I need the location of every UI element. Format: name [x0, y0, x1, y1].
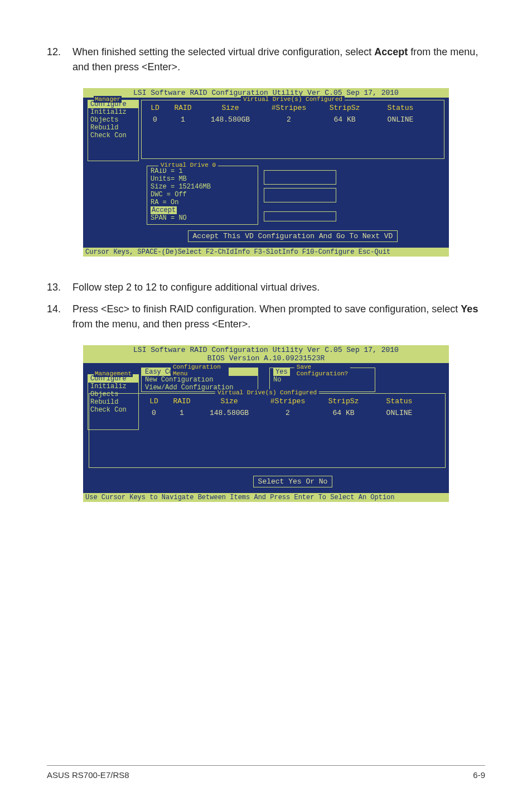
- hdr-stripes: #Stripes: [260, 397, 316, 405]
- bios1-action-button[interactable]: Accept This VD Configuration And Go To N…: [188, 230, 398, 242]
- bios2-action-button[interactable]: Select Yes Or No: [253, 476, 333, 487]
- step-text: Press <Esc> to finish RAID configuration…: [72, 302, 485, 332]
- bios1-data-row: 0 1 148.580GB 2 64 KB ONLINE: [144, 115, 442, 124]
- step-14: 14. Press <Esc> to finish RAID configura…: [47, 302, 485, 332]
- slot-box: [264, 170, 336, 185]
- cell-size: 148.580GB: [200, 115, 261, 124]
- bios2-vd-conf: Virtual Drive(s) Configured LD RAID Size…: [89, 393, 446, 468]
- bios2-footer: Use Cursor Keys to Navigate Between Item…: [83, 493, 449, 502]
- vd-line-raid[interactable]: RAID = 1: [151, 167, 183, 175]
- bios1-headers: LD RAID Size #Stripes StripSz Status: [144, 103, 442, 115]
- cell-raid: 1: [165, 409, 199, 417]
- menu-item-objects[interactable]: Objects: [88, 116, 138, 124]
- conf-new[interactable]: New Configuration: [142, 376, 258, 384]
- save-configuration-dialog[interactable]: Save Configuration? Yes No: [269, 368, 375, 392]
- hdr-size: Size: [199, 397, 260, 405]
- save-legend: Save Configuration?: [294, 364, 350, 377]
- vd-line-span[interactable]: SPAN = NO: [151, 214, 187, 222]
- step12-before: When finished setting the selected virtu…: [72, 46, 374, 57]
- hdr-stripsz: StripSz: [317, 104, 373, 112]
- bios2-vdconf-legend: Virtual Drive(s) Configured: [215, 389, 319, 396]
- bios2-title-line1: LSI Software RAID Configuration Utility …: [133, 346, 399, 354]
- footer-right: 6-9: [473, 770, 485, 780]
- bios-screenshot-2: LSI Software RAID Configuration Utility …: [82, 344, 450, 503]
- step12-bold: Accept: [374, 46, 408, 57]
- save-yes[interactable]: Yes: [273, 368, 290, 376]
- step14-before: Press <Esc> to finish RAID configuration…: [72, 303, 461, 315]
- bios2-headers: LD RAID Size #Stripes StripSz Status: [93, 396, 442, 409]
- bios-screenshot-1: LSI Software RAID Configuration Utility …: [82, 87, 450, 258]
- step14-bold: Yes: [461, 303, 478, 315]
- conf-menu-legend: Configuration Menu: [171, 364, 229, 377]
- step-text: Follow step 2 to 12 to configure additio…: [72, 280, 485, 295]
- slot-box: [264, 188, 336, 202]
- cell-stripsz: 64 KB: [317, 115, 373, 124]
- vd0-legend: Virtual Drive 0: [158, 162, 218, 168]
- hdr-raid: RAID: [165, 397, 199, 405]
- footer-left: ASUS RS700-E7/RS8: [47, 770, 129, 780]
- bios1-boxtitle: Virtual Drive(s) Configured: [241, 96, 345, 103]
- step-number: 14.: [47, 302, 72, 332]
- menu-item-initialize[interactable]: Initializ: [88, 383, 138, 390]
- vd-line-units[interactable]: Units= MB: [151, 175, 187, 183]
- hdr-stripes: #Stripes: [261, 104, 317, 112]
- cell-raid: 1: [166, 115, 200, 124]
- bios1-left-menu[interactable]: Manager Configure Initializ Objects Rebu…: [88, 100, 139, 161]
- hdr-stripsz: StripSz: [316, 397, 371, 405]
- menu-item-rebuild[interactable]: Rebuild: [88, 124, 138, 132]
- cell-stripes: 2: [261, 115, 317, 124]
- vd-line-size[interactable]: Size = 152146MB: [151, 183, 211, 191]
- page-footer: ASUS RS700-E7/RS8 6-9: [47, 765, 485, 780]
- hdr-ld: LD: [144, 104, 166, 112]
- configuration-menu[interactable]: Configuration Menu Easy Configuration Ne…: [141, 368, 258, 392]
- bios2-title: LSI Software RAID Configuration Utility …: [83, 345, 449, 363]
- cell-status: ONLINE: [373, 115, 428, 124]
- step14-after: from the menu, and then press <Enter>.: [72, 318, 250, 330]
- bios1-leftmenu-legend: Manager: [94, 96, 122, 103]
- slot-box: [264, 211, 336, 221]
- cell-stripsz: 64 KB: [316, 409, 371, 417]
- step-number: 12.: [47, 45, 72, 75]
- bios2-data-row: 0 1 148.580GB 2 64 KB ONLINE: [93, 409, 442, 417]
- hdr-size: Size: [200, 104, 261, 112]
- step-13: 13. Follow step 2 to 12 to configure add…: [47, 280, 485, 295]
- cell-ld: 0: [143, 409, 165, 417]
- step-12: 12. When finished setting the selected v…: [47, 45, 485, 75]
- bios1-footer: Cursor Keys, SPACE-(De)Select F2-ChIdInf…: [83, 248, 449, 257]
- menu-item-check[interactable]: Check Con: [88, 132, 138, 139]
- bios1-vd-box[interactable]: Virtual Drive 0 RAID = 1 Units= MB Size …: [147, 166, 258, 225]
- save-no[interactable]: No: [270, 376, 284, 384]
- bios2-subtitle: BIOS Version A.10.09231523R: [207, 354, 325, 363]
- cell-status: ONLINE: [371, 409, 427, 417]
- cell-stripes: 2: [260, 409, 316, 417]
- step-number: 13.: [47, 280, 72, 295]
- vd-line-ra[interactable]: RA = On: [151, 199, 178, 206]
- bios2-leftmenu-legend: Management: [94, 370, 133, 377]
- vd-line-dwc[interactable]: DWC = Off: [151, 191, 187, 199]
- hdr-status: Status: [371, 397, 427, 405]
- cell-size: 148.580GB: [199, 409, 260, 417]
- hdr-status: Status: [373, 104, 428, 112]
- hdr-raid: RAID: [166, 104, 200, 112]
- hdr-ld: LD: [143, 397, 165, 405]
- cell-ld: 0: [144, 115, 166, 124]
- menu-item-initialize[interactable]: Initializ: [88, 108, 138, 116]
- step-text: When finished setting the selected virtu…: [72, 45, 485, 75]
- bios1-vd-table: Virtual Drive(s) Configured LD RAID Size…: [141, 100, 444, 159]
- vd-line-accept[interactable]: Accept: [151, 206, 177, 214]
